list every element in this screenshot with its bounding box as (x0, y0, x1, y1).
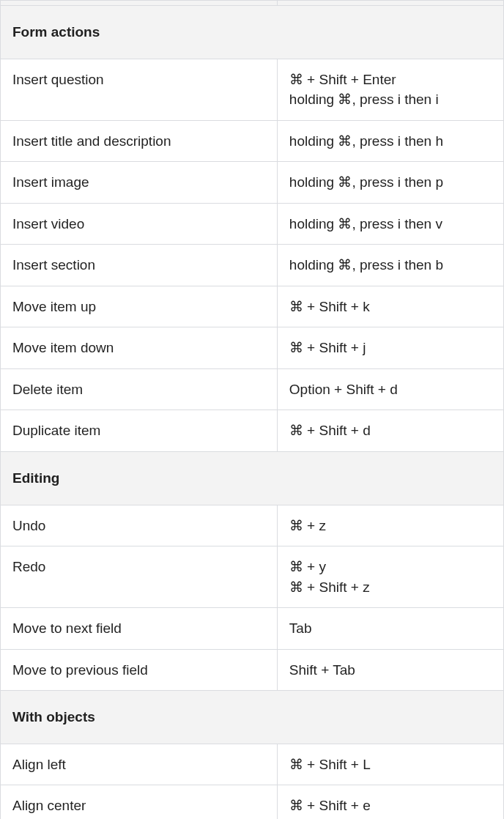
shortcut-keys: ⌘ + z (277, 505, 503, 546)
shortcut-key-line: ⌘ + Shift + e (289, 796, 492, 816)
shortcut-keys: Tab (277, 608, 503, 650)
keyboard-shortcuts-table: Form actions Insert question ⌘ + Shift +… (0, 0, 504, 819)
table-row: Delete item Option + Shift + d (1, 368, 504, 410)
shortcut-name: Move item up (1, 286, 278, 327)
shortcut-key-line: ⌘ + y (289, 557, 492, 577)
shortcut-key-line: Tab (289, 618, 492, 639)
shortcut-key-line: ⌘ + Shift + Enter (289, 70, 492, 90)
table-row: Redo ⌘ + y ⌘ + Shift + z (1, 546, 504, 608)
table-row: Move item up ⌘ + Shift + k (1, 286, 504, 327)
section-header-form-actions: Form actions (1, 6, 504, 59)
shortcut-name: Move to next field (1, 608, 278, 650)
shortcut-keys: holding ⌘, press i then h (277, 120, 503, 162)
shortcut-keys: ⌘ + Shift + k (277, 286, 503, 327)
shortcut-key-line: holding ⌘, press i then v (289, 214, 492, 234)
shortcut-key-line: ⌘ + Shift + j (289, 338, 492, 358)
table-row: Insert question ⌘ + Shift + Enter holdin… (1, 59, 504, 120)
shortcut-name: Insert section (1, 245, 278, 286)
shortcut-keys: ⌘ + Shift + L (277, 744, 503, 785)
section-header-with-objects: With objects (1, 691, 504, 744)
shortcut-name: Undo (1, 505, 278, 546)
shortcut-keys: ⌘ + Shift + j (277, 327, 503, 369)
shortcut-name: Align left (1, 744, 278, 785)
table-row: Undo ⌘ + z (1, 505, 504, 546)
shortcut-key-line: ⌘ + z (289, 516, 492, 536)
shortcut-key-line: holding ⌘, press i then b (289, 255, 492, 275)
section-title: With objects (1, 691, 504, 744)
shortcut-keys: ⌘ + Shift + e (277, 785, 503, 819)
shortcut-name: Align center (1, 785, 278, 819)
table-row: Move to next field Tab (1, 608, 504, 650)
table-row: Move item down ⌘ + Shift + j (1, 327, 504, 369)
shortcut-keys: Option + Shift + d (277, 368, 503, 410)
shortcut-key-line: ⌘ + Shift + k (289, 297, 492, 317)
table-row: Insert video holding ⌘, press i then v (1, 203, 504, 245)
shortcut-key-line: ⌘ + Shift + z (289, 577, 492, 598)
shortcut-keys: ⌘ + Shift + Enter holding ⌘, press i the… (277, 59, 503, 120)
shortcut-key-line: ⌘ + Shift + d (289, 420, 492, 441)
table-row: Move to previous field Shift + Tab (1, 649, 504, 691)
shortcut-name: Insert title and description (1, 120, 278, 162)
table-ghost-row (1, 1, 504, 6)
table-row: Align left ⌘ + Shift + L (1, 744, 504, 785)
shortcut-name: Insert video (1, 203, 278, 245)
shortcut-key-line: Shift + Tab (289, 660, 492, 681)
shortcut-name: Delete item (1, 368, 278, 410)
shortcut-keys: holding ⌘, press i then p (277, 162, 503, 204)
table-row: Insert title and description holding ⌘, … (1, 120, 504, 162)
shortcut-key-line: holding ⌘, press i then p (289, 172, 492, 193)
shortcut-name: Duplicate item (1, 410, 278, 452)
shortcut-name: Insert image (1, 162, 278, 204)
table-row: Insert image holding ⌘, press i then p (1, 162, 504, 204)
shortcut-keys: ⌘ + y ⌘ + Shift + z (277, 546, 503, 608)
shortcut-keys: ⌘ + Shift + d (277, 410, 503, 452)
section-header-editing: Editing (1, 452, 504, 505)
table-row: Insert section holding ⌘, press i then b (1, 245, 504, 286)
shortcut-key-line: Option + Shift + d (289, 379, 492, 400)
section-title: Form actions (1, 6, 504, 59)
shortcut-keys: Shift + Tab (277, 649, 503, 691)
shortcut-name: Move item down (1, 327, 278, 369)
shortcut-key-line: ⌘ + Shift + L (289, 755, 492, 775)
shortcut-name: Redo (1, 546, 278, 608)
section-title: Editing (1, 452, 504, 505)
shortcut-name: Insert question (1, 59, 278, 120)
shortcut-name: Move to previous field (1, 649, 278, 691)
shortcut-keys: holding ⌘, press i then b (277, 245, 503, 286)
table-row: Align center ⌘ + Shift + e (1, 785, 504, 819)
shortcut-keys: holding ⌘, press i then v (277, 203, 503, 245)
shortcut-key-line: holding ⌘, press i then i (289, 89, 492, 110)
shortcut-key-line: holding ⌘, press i then h (289, 131, 492, 152)
table-row: Duplicate item ⌘ + Shift + d (1, 410, 504, 452)
